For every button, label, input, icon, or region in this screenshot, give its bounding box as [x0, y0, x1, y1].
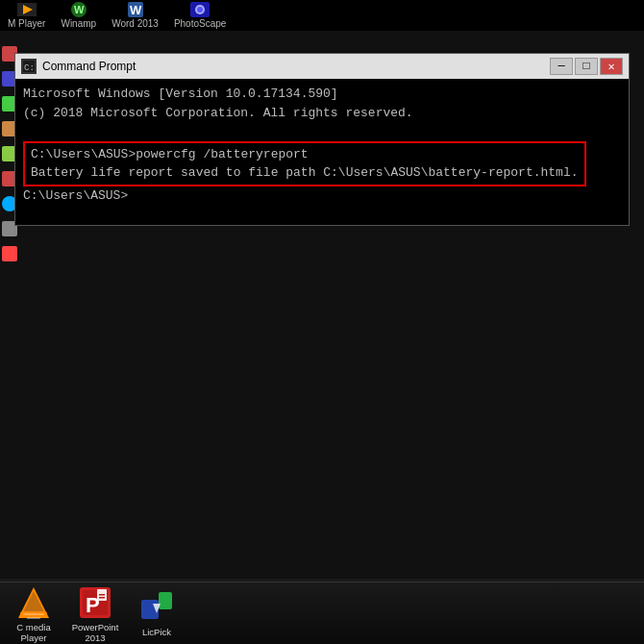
cmd-window: C:\ Command Prompt ─ □ ✕ Microsoft Windo… [14, 53, 630, 226]
taskbar-item-photoscape[interactable]: PhotoScape [166, 0, 235, 31]
taskbar-item-word2013[interactable]: W Word 2013 [104, 0, 166, 31]
svg-rect-21 [99, 597, 105, 599]
cmd-highlighted-cmd: C:\Users\ASUS>powercfg /batteryreport [31, 145, 579, 164]
left-icon-9 [2, 246, 17, 261]
word-label: Word 2013 [111, 18, 159, 29]
taskbar-bottom-item-cmediaplayer[interactable]: C media Player [4, 584, 63, 642]
cmd-titlebar: C:\ Command Prompt ─ □ ✕ [15, 54, 629, 79]
taskbar-bottom-item-ppt2013[interactable]: P PowerPoint 2013 [65, 584, 125, 642]
cmd-highlighted-result: Battery life report saved to file path C… [31, 163, 579, 183]
winamp-icon: W [68, 2, 89, 17]
cmd-title-buttons: ─ □ ✕ [550, 58, 623, 75]
cmd-line-5: C:\Users\ASUS> [23, 186, 621, 206]
cmd-highlighted-box: C:\Users\ASUS>powercfg /batteryreport Ba… [23, 141, 586, 186]
cmediaplayer-label: C media Player [6, 622, 62, 644]
word-icon: W [125, 2, 146, 17]
svg-text:W: W [74, 4, 85, 15]
cmd-line-2: (c) 2018 Microsoft Corporation. All righ… [23, 104, 621, 123]
cmd-title: Command Prompt [42, 60, 136, 73]
cmd-line-1: Microsoft Windows [Version 10.0.17134.59… [23, 85, 621, 104]
photoscape-icon [189, 2, 211, 17]
svg-text:W: W [130, 3, 142, 17]
svg-rect-23 [159, 592, 172, 609]
minimize-button[interactable]: ─ [550, 58, 573, 75]
mplayer-icon [16, 2, 37, 17]
svg-rect-20 [99, 594, 105, 596]
svg-point-8 [197, 7, 203, 12]
cmd-body: Microsoft Windows [Version 10.0.17134.59… [15, 79, 629, 211]
svg-rect-14 [23, 613, 44, 615]
svg-text:C:\: C:\ [24, 63, 35, 72]
maximize-button[interactable]: □ [575, 58, 598, 75]
vlc-icon [16, 585, 51, 620]
taskbar-item-mplayer[interactable]: M Player [0, 0, 53, 31]
taskbar-bottom: C media Player P PowerPoint 2013 [0, 582, 644, 644]
cmd-icon: C:\ [21, 59, 37, 74]
winamp-label: Winamp [61, 18, 96, 29]
licpick-label: LicPick [142, 627, 171, 637]
taskbar-item-winamp[interactable]: W Winamp [53, 0, 104, 31]
taskbar-top: M Player W Winamp W Word 2013 [0, 0, 644, 31]
photoscape-label: PhotoScape [174, 18, 227, 29]
cmd-line-3 [23, 122, 621, 141]
close-button[interactable]: ✕ [600, 58, 623, 75]
licpick-icon [139, 590, 174, 625]
ppt2013-label: PowerPoint 2013 [67, 622, 123, 644]
cmd-titlebar-left: C:\ Command Prompt [21, 59, 136, 74]
powerpoint-icon: P [78, 585, 112, 620]
taskbar-bottom-item-licpick[interactable]: LicPick [127, 584, 186, 642]
mplayer-label: M Player [8, 18, 45, 29]
